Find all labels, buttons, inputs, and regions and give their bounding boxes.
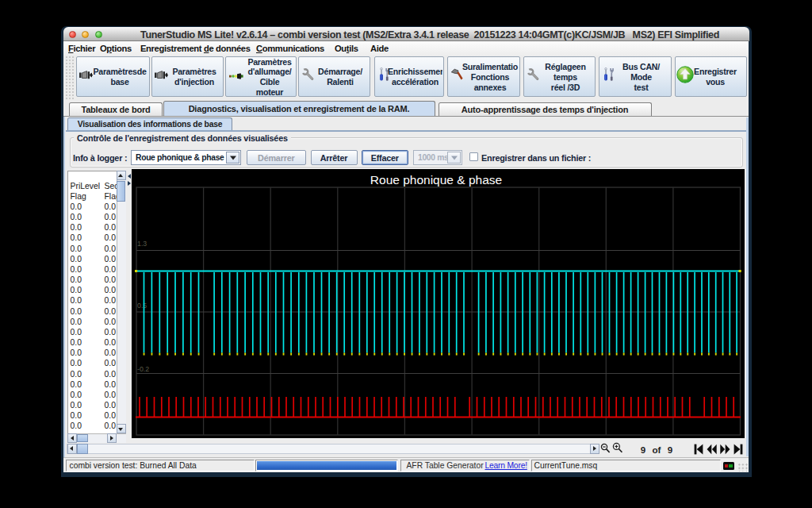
svg-text:1.3: 1.3: [137, 240, 147, 248]
svg-text:-0.2: -0.2: [137, 365, 149, 373]
svg-text:0.5: 0.5: [137, 302, 147, 310]
svg-text:Roue phonique & phase: Roue phonique & phase: [370, 173, 502, 187]
